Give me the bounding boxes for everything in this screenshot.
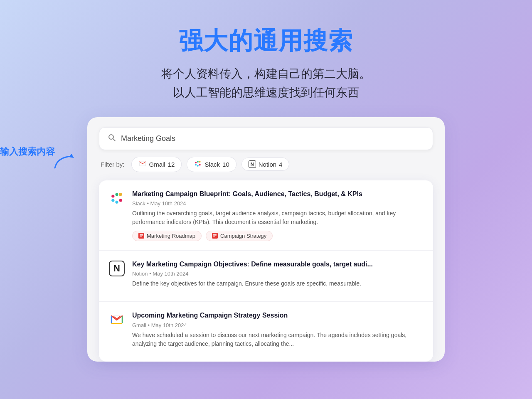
result-title: Key Marketing Campaign Objectives: Defin… — [132, 260, 423, 269]
svg-rect-13 — [197, 161, 198, 163]
result-meta: Notion • May 10th 2024 — [132, 271, 423, 277]
result-body: Marketing Campaign Blueprint: Goals, Aud… — [132, 190, 423, 241]
svg-line-2 — [113, 139, 115, 141]
result-item[interactable]: N Key Marketing Campaign Objectives: Def… — [99, 251, 433, 302]
subtitle-line1: 将个人资料传入，构建自己的第二大脑。 — [161, 65, 371, 84]
subtitle: 将个人资料传入，构建自己的第二大脑。 以人工智能的思维速度找到任何东西 — [161, 65, 371, 102]
result-desc: Outlining the overarching goals, target … — [132, 209, 423, 227]
filter-chip-notion[interactable]: N Notion 4 — [241, 158, 290, 171]
main-title: 强大的通用搜索 — [161, 25, 371, 57]
tag-doc-icon — [138, 233, 144, 239]
slack-chip-count: 10 — [222, 161, 229, 168]
filter-row: Filter by: Gmail 12 — [99, 157, 433, 180]
result-meta: Slack • May 10th 2024 — [132, 200, 423, 207]
result-body: Key Marketing Campaign Objectives: Defin… — [132, 260, 423, 292]
svg-rect-24 — [111, 195, 114, 197]
filter-label: Filter by: — [101, 161, 125, 168]
svg-rect-28 — [119, 199, 122, 201]
svg-rect-14 — [199, 161, 200, 163]
annotation-arrow — [53, 153, 75, 171]
svg-rect-25 — [111, 199, 114, 201]
svg-rect-35 — [213, 234, 217, 235]
search-icon — [108, 133, 116, 144]
svg-rect-15 — [199, 164, 201, 165]
svg-rect-29 — [116, 200, 118, 203]
gmail-result-icon — [109, 312, 125, 328]
notion-chip-icon: N — [249, 160, 256, 168]
svg-rect-12 — [195, 164, 197, 165]
subtitle-line2: 以人工智能的思维速度找到任何东西 — [161, 84, 371, 102]
svg-rect-27 — [119, 193, 121, 196]
result-tag[interactable]: Marketing Roadmap — [132, 231, 202, 241]
slack-result-icon — [109, 190, 125, 206]
notion-chip-label: Notion — [259, 161, 276, 168]
tag-label: Campaign Strategy — [220, 233, 266, 239]
result-tag[interactable]: Campaign Strategy — [206, 231, 273, 241]
tag-doc-icon2 — [212, 233, 218, 239]
result-title: Marketing Campaign Blueprint: Goals, Aud… — [132, 190, 423, 199]
slack-chip-icon — [194, 160, 202, 169]
annotation-wrap: 输入搜索内容 — [0, 145, 55, 158]
gmail-chip-icon — [138, 160, 147, 169]
svg-rect-36 — [213, 236, 217, 236]
search-bar[interactable]: Marketing Goals — [99, 127, 433, 150]
svg-rect-17 — [109, 190, 125, 206]
slack-chip-label: Slack — [204, 161, 220, 168]
svg-rect-33 — [140, 236, 142, 237]
svg-rect-31 — [140, 234, 143, 235]
result-title: Upcoming Marketing Campaign Strategy Ses… — [132, 311, 423, 320]
svg-rect-16 — [197, 165, 198, 167]
svg-rect-32 — [140, 236, 143, 236]
notion-result-icon: N — [109, 261, 125, 276]
header-section: 强大的通用搜索 将个人资料传入，构建自己的第二大脑。 以人工智能的思维速度找到任… — [161, 25, 371, 102]
result-tags: Marketing Roadmap Campaign Strategy — [132, 231, 423, 241]
result-item[interactable]: Marketing Campaign Blueprint: Goals, Aud… — [99, 180, 433, 251]
svg-rect-11 — [195, 162, 197, 163]
filter-chip-slack[interactable]: Slack 10 — [187, 157, 236, 172]
search-query: Marketing Goals — [121, 134, 175, 143]
result-desc: We have scheduled a session to discuss o… — [132, 331, 423, 348]
svg-rect-26 — [116, 193, 118, 196]
gmail-chip-label: Gmail — [149, 161, 165, 168]
result-meta: Gmail • May 10th 2024 — [132, 322, 423, 328]
notion-chip-count: 4 — [279, 161, 282, 168]
tag-label: Marketing Roadmap — [147, 233, 195, 239]
filter-chip-gmail[interactable]: Gmail 12 — [131, 157, 182, 172]
search-panel: Marketing Goals Filter by: Gmail 12 — [87, 117, 445, 362]
svg-rect-37 — [213, 236, 215, 237]
result-body: Upcoming Marketing Campaign Strategy Ses… — [132, 311, 423, 352]
result-item[interactable]: Upcoming Marketing Campaign Strategy Ses… — [99, 302, 433, 361]
result-desc: Define the key objectives for the campai… — [132, 279, 423, 288]
results-list: Marketing Campaign Blueprint: Goals, Aud… — [99, 180, 433, 362]
gmail-chip-count: 12 — [168, 161, 175, 168]
annotation-text: 输入搜索内容 — [0, 145, 55, 158]
